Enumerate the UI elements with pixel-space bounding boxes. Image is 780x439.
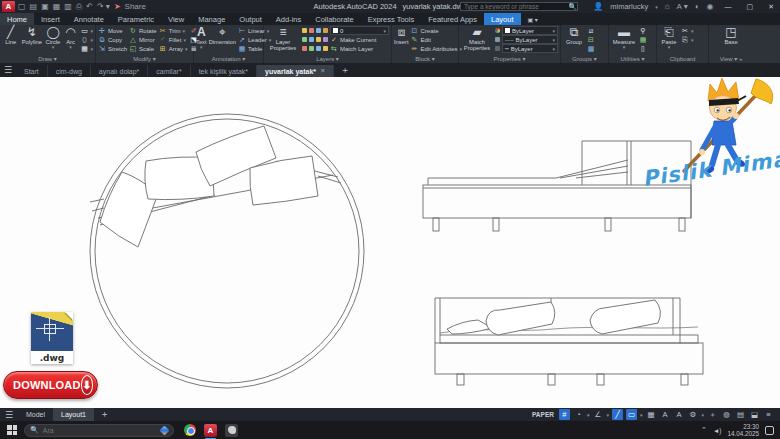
- layer-unlock-icon[interactable]: [323, 28, 328, 33]
- file-tab-yuvarlak-yatak[interactable]: yuvarlak yatak*✕: [257, 65, 334, 77]
- model-tab[interactable]: Model: [18, 408, 53, 421]
- scale-button[interactable]: ◱Scale: [129, 44, 157, 53]
- hatch-icon[interactable]: ▦: [80, 45, 88, 53]
- taskbar-clock[interactable]: 23:30 14.04.2025: [727, 423, 759, 437]
- base-button[interactable]: ◳Base: [721, 26, 741, 45]
- layer-lock-icon[interactable]: [316, 28, 321, 33]
- panel-label-utilities[interactable]: Utilities ▾: [609, 55, 656, 63]
- tab-express-tools[interactable]: Express Tools: [361, 13, 422, 25]
- workspace-settings-icon[interactable]: ⚙: [687, 409, 698, 420]
- move-button[interactable]: ✢Move: [98, 26, 127, 35]
- object-color-dropdown[interactable]: ByLayer▾: [502, 26, 558, 35]
- fillet-button[interactable]: ◜Fillet▾: [159, 35, 188, 44]
- start-button[interactable]: [0, 425, 24, 435]
- stretch-button[interactable]: ⇲Stretch: [98, 44, 127, 53]
- snap-mode-icon[interactable]: ◔: [573, 409, 584, 420]
- panel-label-draw[interactable]: Draw ▾: [0, 55, 95, 63]
- annotation-scale-icon[interactable]: A: [673, 409, 684, 420]
- tab-parametric[interactable]: Parametric: [111, 13, 161, 25]
- file-tab-aynali-dolap[interactable]: aynalı dolap*: [91, 65, 148, 77]
- block-create-button[interactable]: ⊡Create: [411, 26, 463, 35]
- file-tab-camilar[interactable]: camilar*: [148, 65, 190, 77]
- redo-icon[interactable]: ↷ ▾: [97, 2, 110, 11]
- tab-output[interactable]: Output: [232, 13, 269, 25]
- copy-clip-icon[interactable]: ⎘: [681, 36, 689, 44]
- crosshair-icon[interactable]: ＋: [707, 409, 718, 420]
- trim-button[interactable]: ✂Trim▾: [159, 26, 188, 35]
- app-store-icon[interactable]: ⌂: [665, 2, 670, 11]
- tab-addins[interactable]: Add-ins: [269, 13, 308, 25]
- panel-label-clipboard[interactable]: Clipboard: [657, 55, 708, 63]
- rotate-button[interactable]: ↻Rotate: [129, 26, 157, 35]
- maximize-button[interactable]: ▢: [743, 3, 758, 11]
- taskbar-search-input[interactable]: [43, 427, 157, 434]
- layer-dropdown[interactable]: 0 ▾: [330, 26, 389, 35]
- tab-collaborate[interactable]: Collaborate: [308, 13, 360, 25]
- line-button[interactable]: ╱Line: [2, 26, 19, 45]
- file-tab-tek-kisilik-yatak[interactable]: tek kişilik yatak*: [191, 65, 257, 77]
- new-layout-icon[interactable]: ＋: [100, 408, 109, 421]
- autocad-logo-icon[interactable]: A: [2, 1, 15, 12]
- tab-manage[interactable]: Manage: [191, 13, 232, 25]
- paper-space-label[interactable]: PAPER: [532, 411, 554, 418]
- file-tab-start[interactable]: Start: [16, 65, 48, 77]
- circle-button[interactable]: ◯Circle▾: [44, 26, 61, 50]
- help-search-box[interactable]: 🔍: [460, 2, 578, 11]
- chrome-icon[interactable]: [184, 424, 196, 436]
- drawing-canvas[interactable]: Pislik Mimar .dwg DOWNLOAD ⬇: [0, 77, 780, 408]
- notification-center-icon[interactable]: [765, 426, 774, 435]
- tab-featured-apps[interactable]: Featured Apps: [421, 13, 484, 25]
- tab-home[interactable]: Home: [0, 13, 34, 25]
- print-icon[interactable]: ⎙: [76, 2, 82, 12]
- ellipse-icon[interactable]: ⬯: [80, 36, 88, 44]
- layer-on-icon[interactable]: [302, 28, 307, 33]
- layer-dropdown-arrow-icon[interactable]: ▾: [383, 28, 386, 34]
- save-icon[interactable]: ▣: [41, 2, 49, 11]
- paste-button[interactable]: ⎗Paste▾: [659, 26, 679, 50]
- text-button[interactable]: AText▾: [196, 26, 207, 50]
- help-circle-icon[interactable]: ◐: [695, 2, 700, 11]
- insert-block-button[interactable]: ⧈Insert: [394, 26, 409, 45]
- minimize-button[interactable]: —: [721, 3, 736, 10]
- group-edit-icon[interactable]: ⊟: [587, 36, 595, 44]
- new-file-icon[interactable]: ▢: [18, 2, 26, 11]
- volume-icon[interactable]: ◄): [713, 427, 722, 434]
- help-search-input[interactable]: [461, 3, 568, 10]
- file-tab-cim-dwg[interactable]: cim-dwg: [48, 65, 91, 77]
- rectangle-icon[interactable]: ▭: [80, 27, 88, 35]
- dimension-button[interactable]: ⌖Dimension: [209, 26, 236, 45]
- notifications-icon[interactable]: ◉: [707, 2, 714, 11]
- cut-icon[interactable]: ✂: [681, 27, 689, 35]
- autodesk-apps-icon[interactable]: A ▾: [677, 2, 688, 11]
- share-icon[interactable]: ➤: [114, 2, 121, 11]
- tab-annotate[interactable]: Annotate: [67, 13, 111, 25]
- copilot-sparkle-icon[interactable]: [160, 425, 170, 435]
- undo-icon[interactable]: ↶: [86, 2, 93, 11]
- panel-label-groups[interactable]: Groups ▾: [561, 55, 608, 63]
- layer-properties-button[interactable]: ≡Layer Properties: [266, 26, 300, 51]
- grid-toggle-icon[interactable]: #: [559, 409, 570, 420]
- clean-screen-icon[interactable]: ⬓: [749, 409, 760, 420]
- group-button[interactable]: ⧉Group: [563, 26, 585, 45]
- measure-button[interactable]: ▬Measure▾: [611, 26, 637, 50]
- layout-menu-icon[interactable]: ☰: [0, 410, 18, 420]
- customization-menu-icon[interactable]: ≡: [763, 409, 774, 420]
- match-properties-button[interactable]: ▰Match Properties: [461, 26, 493, 51]
- selection-cycling-icon[interactable]: ▦: [645, 409, 656, 420]
- share-label[interactable]: Share: [125, 2, 146, 11]
- close-button[interactable]: ✕: [764, 3, 778, 11]
- signed-in-user[interactable]: mimarlucky: [610, 2, 648, 11]
- linetype-dropdown[interactable]: ──ByLayer▾: [502, 35, 558, 44]
- edit-attributes-button[interactable]: ✏Edit Attributes▾: [411, 44, 463, 53]
- group-select-icon[interactable]: ▩: [587, 45, 595, 53]
- download-button[interactable]: DOWNLOAD ⬇: [3, 371, 98, 399]
- match-layer-button[interactable]: ⇆Match Layer: [330, 44, 373, 53]
- ribbon-options-icon[interactable]: ▣ ▾: [521, 13, 545, 25]
- taskbar-search[interactable]: 🔍: [24, 424, 174, 437]
- layout1-tab[interactable]: Layout1: [53, 408, 94, 421]
- annotation-visibility-icon[interactable]: A: [659, 409, 670, 420]
- panel-label-layers[interactable]: Layers ▾: [264, 55, 391, 63]
- file-tabs-menu-icon[interactable]: ☰: [0, 65, 16, 75]
- block-edit-button[interactable]: ✎Edit: [411, 35, 463, 44]
- tab-insert[interactable]: Insert: [34, 13, 67, 25]
